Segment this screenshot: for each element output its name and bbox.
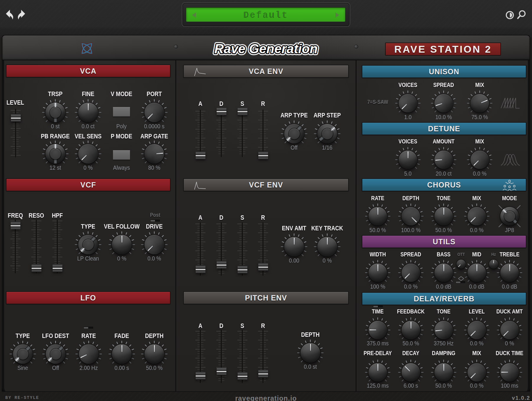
svg-text:Rave Generation: Rave Generation	[214, 41, 318, 56]
